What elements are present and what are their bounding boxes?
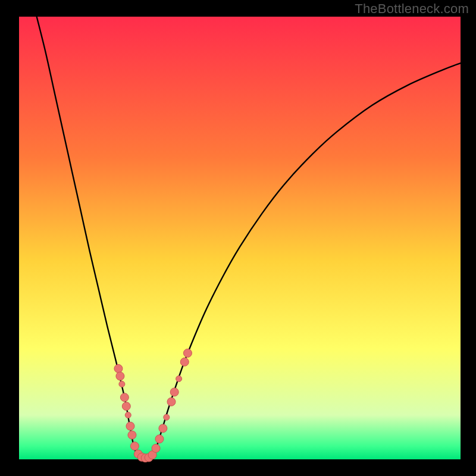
plot-area: [19, 17, 461, 459]
sample-marker: [120, 393, 129, 402]
sample-marker: [128, 431, 136, 439]
sample-marker: [116, 372, 124, 380]
sample-marker: [176, 376, 182, 382]
sample-marker: [159, 424, 167, 433]
sample-marker: [126, 422, 134, 430]
sample-marker: [125, 412, 131, 418]
sample-marker: [170, 388, 178, 396]
sample-marker: [180, 358, 189, 366]
sample-marker: [167, 397, 176, 406]
sample-marker: [183, 349, 192, 357]
sample-marker: [130, 442, 139, 450]
bottleneck-chart: [0, 0, 476, 476]
watermark-text: TheBottleneck.com: [355, 1, 469, 17]
sample-marker: [152, 444, 160, 452]
chart-frame: TheBottleneck.com: [0, 0, 476, 476]
sample-marker: [122, 402, 130, 411]
sample-marker: [119, 381, 125, 387]
sample-marker: [114, 364, 123, 372]
sample-marker: [155, 435, 164, 443]
sample-marker: [164, 414, 170, 420]
